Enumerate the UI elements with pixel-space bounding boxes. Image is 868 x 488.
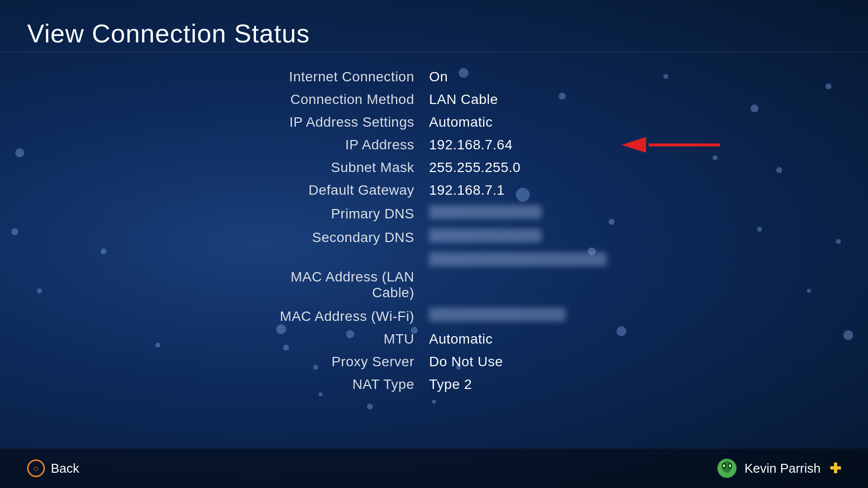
row-label: MTU bbox=[261, 331, 429, 347]
svg-point-7 bbox=[729, 464, 731, 468]
plus-icon: ✚ bbox=[830, 460, 841, 477]
row-label: MAC Address (Wi-Fi) bbox=[261, 309, 429, 324]
row-value: 192.168.7.64 bbox=[429, 137, 607, 153]
bottom-bar: ○ Back Kevin Parrish ✚ bbox=[0, 449, 868, 488]
red-arrow-icon bbox=[621, 135, 720, 155]
row-label: Default Gateway bbox=[261, 182, 429, 198]
row-value: Automatic bbox=[429, 331, 607, 347]
page-title: View Connection Status bbox=[27, 19, 310, 48]
row-label: Secondary DNS bbox=[261, 230, 429, 245]
back-circle-icon: ○ bbox=[27, 459, 45, 477]
alien-icon bbox=[717, 458, 737, 479]
row-label: Connection Method bbox=[261, 92, 429, 107]
info-row: Primary DNS██████ ████ bbox=[261, 205, 607, 222]
row-label: Subnet Mask bbox=[261, 160, 429, 175]
info-row: Default Gateway192.168.7.1 bbox=[261, 182, 607, 198]
info-row: MAC Address (Wi-Fi)████ ████ ████ bbox=[261, 308, 607, 324]
row-label: IP Address bbox=[261, 137, 429, 153]
row-label: NAT Type bbox=[261, 377, 429, 392]
row-value: ██████ ████ bbox=[429, 229, 607, 245]
info-row: NAT TypeType 2 bbox=[261, 377, 607, 392]
back-label: Back bbox=[51, 461, 79, 476]
info-row: Subnet Mask255.255.255.0 bbox=[261, 160, 607, 175]
info-row: IP Address192.168.7.64 bbox=[261, 137, 607, 153]
info-row: Secondary DNS██████ ████ bbox=[261, 229, 607, 245]
svg-point-6 bbox=[723, 464, 725, 468]
row-value: Type 2 bbox=[429, 377, 607, 392]
user-name: Kevin Parrish bbox=[744, 461, 821, 476]
top-divider bbox=[0, 52, 868, 52]
info-row: Proxy ServerDo Not Use bbox=[261, 354, 607, 370]
info-row: Internet ConnectionOn bbox=[261, 69, 607, 85]
row-value: 192.168.7.1 bbox=[429, 182, 607, 198]
row-value: ████ ████ ████ ████ bbox=[429, 252, 607, 285]
row-value: ████ ████ ████ bbox=[429, 308, 607, 324]
row-value: ██████ ████ bbox=[429, 205, 607, 222]
info-row: MTUAutomatic bbox=[261, 331, 607, 347]
connection-info: Internet ConnectionOnConnection MethodLA… bbox=[0, 59, 868, 399]
info-row: MAC Address (LAN Cable)████ ████ ████ ██… bbox=[261, 252, 607, 301]
row-value: Do Not Use bbox=[429, 354, 607, 370]
row-value: 255.255.255.0 bbox=[429, 160, 607, 175]
row-label: MAC Address (LAN Cable) bbox=[261, 269, 429, 301]
row-value: LAN Cable bbox=[429, 92, 607, 107]
row-label: Internet Connection bbox=[261, 69, 429, 85]
row-value: Automatic bbox=[429, 114, 607, 130]
info-table: Internet ConnectionOnConnection MethodLA… bbox=[261, 69, 607, 399]
row-label: Primary DNS bbox=[261, 206, 429, 222]
arrow-annotation bbox=[621, 135, 720, 155]
info-row: Connection MethodLAN Cable bbox=[261, 92, 607, 107]
user-info: Kevin Parrish ✚ bbox=[717, 458, 841, 479]
info-row: IP Address SettingsAutomatic bbox=[261, 114, 607, 130]
row-label: IP Address Settings bbox=[261, 114, 429, 130]
row-value: On bbox=[429, 69, 607, 85]
row-label: Proxy Server bbox=[261, 354, 429, 370]
back-button[interactable]: ○ Back bbox=[27, 459, 79, 477]
svg-marker-1 bbox=[621, 137, 646, 153]
